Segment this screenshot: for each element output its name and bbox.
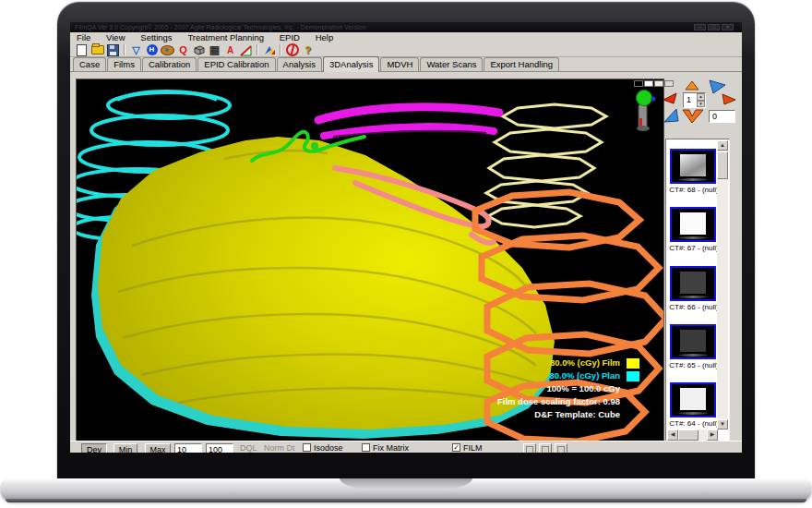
question-mark-icon: ? <box>304 44 311 55</box>
legend-row-plan: 80.0% (cGy) Plan <box>497 369 647 382</box>
histogram-button[interactable]: H <box>144 43 160 56</box>
tab-films[interactable]: Films <box>107 57 141 71</box>
nav-right-arrow[interactable] <box>722 94 735 104</box>
ct-thumbnail-label: CT#: 66 - (null) <box>666 303 722 311</box>
spinner-up-button[interactable]: ▲ <box>697 93 705 101</box>
ct-thumbnail-68[interactable] <box>670 149 716 184</box>
nav-up-arrow[interactable] <box>686 81 699 90</box>
slice-number-value: 1 <box>687 95 691 104</box>
tab-water-scans[interactable]: Water Scans <box>420 57 483 71</box>
thumbnail-horizontal-scrollbar[interactable]: ◀ ▶ <box>667 429 718 441</box>
menu-treatment-planning[interactable]: Treatment Planning <box>181 32 270 43</box>
scroll-left-button[interactable]: ◀ <box>667 429 678 441</box>
grayscale-step <box>664 80 674 87</box>
ct-thumbnail-image <box>680 388 706 410</box>
isodose-checkbox-box[interactable] <box>303 443 311 452</box>
fix-matrix-checkbox-box[interactable] <box>362 443 370 452</box>
menu-help[interactable]: Help <box>309 32 340 43</box>
offset-field[interactable]: 0 <box>709 110 735 123</box>
structure-button[interactable]: A <box>222 43 238 56</box>
legend-normalization-text: 100% = 100.0 cGy <box>547 382 621 395</box>
spinner-down-button[interactable]: ▼ <box>697 101 705 108</box>
save-button[interactable] <box>105 43 121 56</box>
nav-left-arrow[interactable] <box>663 93 676 103</box>
thumbnail-vertical-scrollbar[interactable]: ▲ ▼ <box>717 140 728 429</box>
tab-case[interactable]: Case <box>73 57 106 71</box>
viewport-3d[interactable]: 80.0% (cGy) Film 80.0% (cGy) Plan 100% =… <box>76 79 664 442</box>
menu-file[interactable]: File <box>70 32 97 43</box>
pinwheel-icon <box>263 44 275 56</box>
save-floppy-icon <box>107 44 119 56</box>
legend-template-text: D&F Template: Cube <box>534 408 620 421</box>
legend-row-film: 80.0% (cGy) Film <box>497 357 647 369</box>
film-checkbox-box[interactable]: ✓ <box>452 443 460 452</box>
maximize-button[interactable]: □ <box>708 24 720 30</box>
isodose-checkbox[interactable]: Isodose <box>303 443 343 453</box>
help-button[interactable]: ? <box>300 43 316 56</box>
ct-thumbnail-image <box>680 272 706 294</box>
quality-button[interactable]: Q <box>175 43 191 56</box>
menu-epid[interactable]: EPID <box>273 32 306 43</box>
min-value-input[interactable]: 10 <box>174 443 202 453</box>
tab-3danalysis[interactable]: 3DAnalysis <box>323 56 380 72</box>
view-orbit-button[interactable] <box>160 43 175 56</box>
film-checkbox[interactable]: ✓ FILM <box>452 443 483 453</box>
ct-thumbnail-image <box>680 154 706 176</box>
slice-number-spinner[interactable]: 1 ▲ ▼ <box>683 92 706 108</box>
ct-thumbnail-label: CT#: 67 - (null) <box>666 244 722 252</box>
khaki-contour-stack <box>486 104 606 227</box>
tab-calibration[interactable]: Calibration <box>142 57 197 71</box>
laptop-lid-notch <box>340 478 472 490</box>
legend-plan-label: 80.0% (cGy) Plan <box>549 369 620 382</box>
minimize-button[interactable]: – <box>694 24 706 30</box>
grid-view-button[interactable]: ▦ <box>207 43 222 56</box>
scroll-down-button[interactable]: ▼ <box>717 419 728 429</box>
matrix-tool-button-2[interactable] <box>539 443 552 453</box>
scroll-right-button[interactable]: ▶ <box>707 429 718 441</box>
min-button[interactable]: Min <box>113 443 137 453</box>
toolbar-separator <box>124 44 125 55</box>
grayscale-bar <box>634 80 674 87</box>
max-button[interactable]: Max <box>145 443 171 453</box>
filter-button[interactable]: ▽ <box>128 43 144 56</box>
ramp-triangle-icon <box>240 44 252 56</box>
nav-down-arrow[interactable] <box>683 110 703 123</box>
new-file-button[interactable] <box>74 43 90 56</box>
matrix-tool-button-1[interactable] <box>523 443 536 453</box>
application-window: FilmQA Ver 3.0 Copyright© 2005 - 2007 Ag… <box>70 22 742 453</box>
ct-thumbnail-65[interactable] <box>670 324 716 359</box>
cube-view-button[interactable] <box>191 43 207 56</box>
ct-thumbnail-66[interactable] <box>670 266 716 301</box>
matrix-tool-button-3[interactable] <box>555 443 567 453</box>
menu-settings[interactable]: Settings <box>134 32 178 43</box>
grayscale-step <box>654 80 663 87</box>
tab-mdvh[interactable]: MDVH <box>380 57 419 71</box>
ct-slice-list[interactable]: CT#: 68 - (null) CT#: 67 - (null) CT#: 6… <box>665 139 730 441</box>
horizontal-scroll-thumb[interactable] <box>678 429 699 441</box>
legend-row-scaling: Film dose scaling factor: 0.98 <box>497 395 647 408</box>
ramp-button[interactable] <box>238 43 254 56</box>
close-button[interactable]: × <box>722 24 734 30</box>
open-file-button[interactable] <box>90 43 105 56</box>
open-folder-icon <box>91 45 104 54</box>
window-title: FilmQA Ver 3.0 Copyright© 2005 - 2007 Ag… <box>75 24 366 30</box>
tab-epid-calibration[interactable]: EPID Calibration <box>197 57 275 71</box>
vertical-scroll-thumb[interactable] <box>717 151 728 179</box>
eye-icon <box>161 45 174 55</box>
ct-thumbnail-64[interactable] <box>670 382 716 417</box>
max-value-input[interactable]: 100 <box>206 443 233 453</box>
stop-button[interactable] <box>284 43 300 56</box>
tab-analysis[interactable]: Analysis <box>277 57 322 71</box>
fix-matrix-checkbox[interactable]: Fix Matrix <box>362 443 409 453</box>
paint-button[interactable] <box>261 43 277 56</box>
toolbar-separator <box>257 44 258 55</box>
menu-view[interactable]: View <box>100 32 131 43</box>
dev-button[interactable]: Dev <box>81 443 107 453</box>
scroll-up-button[interactable]: ▲ <box>717 140 728 151</box>
tab-export-handling[interactable]: Export Handling <box>484 57 559 71</box>
rotate-lower-arrow[interactable] <box>664 109 678 122</box>
isodose-label: Isodose <box>314 443 343 453</box>
rotate-upper-arrow[interactable] <box>710 80 725 93</box>
grayscale-step <box>644 80 653 87</box>
ct-thumbnail-67[interactable] <box>670 207 716 242</box>
